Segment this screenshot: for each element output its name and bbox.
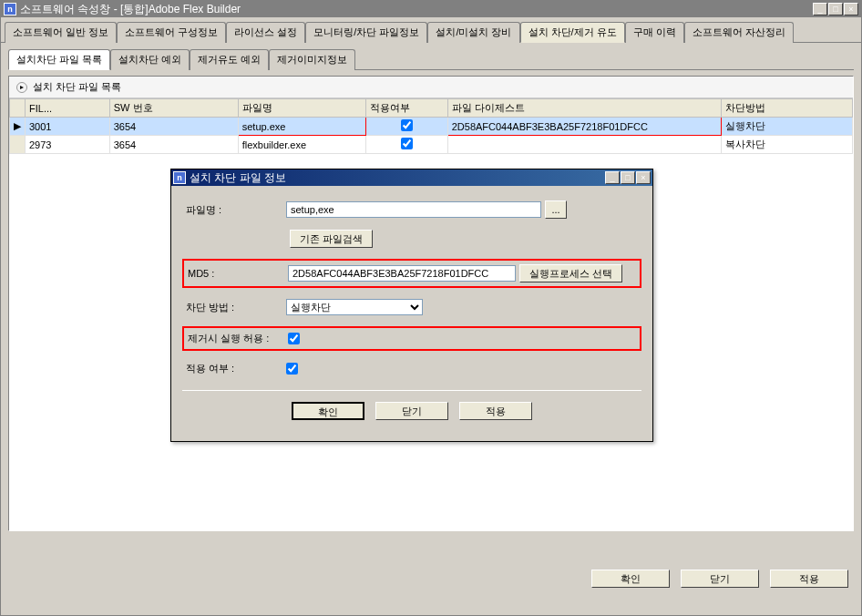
dialog-close-button2[interactable]: 닫기 [375,402,448,420]
input-filename[interactable] [286,201,541,218]
cell-sw: 3654 [109,136,238,154]
close-button[interactable]: × [844,3,858,15]
row-filename: 파일명 : ... [182,197,641,222]
label-md5: MD5 : [188,268,288,279]
inner-tab-3[interactable]: 제거이미지정보 [269,49,355,70]
checkbox-allow-on-remove[interactable] [288,333,300,344]
cell-apply[interactable] [365,118,447,136]
table-title: 설치 차단 파일 목록 [33,80,121,94]
inner-tab-row: 설치차단 파일 목록설치차단 예외제거유도 예외제거이미지정보 [8,48,854,70]
dialog-title: 설치 차단 파일 정보 [190,170,605,186]
main-window: n 소프트웨어 속성창 - [통합]Adobe Flex Builder _ □… [0,0,862,616]
input-md5[interactable] [288,265,516,282]
col-swno[interactable]: SW 번호 [109,99,238,118]
cell-filename: setup.exe [238,118,365,136]
inner-tab-1[interactable]: 설치차단 예외 [110,49,190,70]
inner-tab-0[interactable]: 설치차단 파일 목록 [8,49,110,70]
window-title: 소프트웨어 속성창 - [통합]Adobe Flex Builder [20,2,813,17]
dialog-app-icon: n [173,171,186,184]
dialog-button-row: 확인 닫기 적용 [182,390,641,420]
main-tab-4[interactable]: 설치/미설치 장비 [427,22,519,43]
main-tab-1[interactable]: 소프트웨어 구성정보 [117,22,226,43]
main-ok-button[interactable]: 확인 [591,570,670,588]
dialog-minimize-button[interactable]: _ [605,171,620,184]
checkbox-apply[interactable] [286,363,298,375]
dialog-maximize-button[interactable]: □ [621,171,635,184]
table-row[interactable]: ▶30013654setup.exe2D58AFC044ABF3E3BA25F7… [10,118,853,136]
main-tab-3[interactable]: 모니터링/차단 파일정보 [305,22,427,43]
dialog-ok-button[interactable]: 확인 [292,402,364,420]
cell-apply[interactable] [365,136,447,154]
dialog-body: 파일명 : ... 기존 파일검색 MD5 : 실행프로세스 선택 차단 방법 … [171,186,652,431]
main-tab-5[interactable]: 설치 차단/제거 유도 [520,22,625,43]
expand-icon[interactable]: ▸ [16,82,27,93]
row-search-existing: 기존 파일검색 [182,226,641,252]
label-apply: 적용 여부 : [186,362,286,375]
cell-method: 복사차단 [721,136,852,154]
cell-fil: 2973 [26,136,110,154]
dialog-titlebar: n 설치 차단 파일 정보 _ □ × [171,169,652,186]
col-filename[interactable]: 파일명 [238,99,365,118]
main-tab-6[interactable]: 구매 이력 [625,22,684,43]
main-close-button[interactable]: 닫기 [681,570,759,588]
row-md5: MD5 : 실행프로세스 선택 [182,259,641,288]
cell-digest [447,136,721,154]
label-method: 차단 방법 : [186,301,286,314]
row-handle: ▶ [10,118,26,136]
main-tab-0[interactable]: 소프트웨어 일반 정보 [5,22,117,43]
cell-fil: 3001 [26,118,110,136]
main-tab-2[interactable]: 라이선스 설정 [226,22,305,43]
inner-tab-2[interactable]: 제거유도 예외 [190,49,269,70]
main-apply-button[interactable]: 적용 [770,570,848,588]
label-allow-on-remove: 제거시 실행 허용 : [188,332,288,345]
apply-checkbox[interactable] [401,119,413,131]
search-existing-button[interactable]: 기존 파일검색 [290,230,373,248]
minimize-button[interactable]: _ [813,3,827,15]
row-handle [10,136,26,154]
select-method[interactable]: 실행차단 [286,299,423,315]
dialog-close-button[interactable]: × [636,171,651,184]
block-file-grid: FIL... SW 번호 파일명 적용여부 파일 다이제스트 차단방법 ▶300… [9,98,853,154]
cell-digest: 2D58AFC044ABF3E3BA25F7218F01DFCC [447,118,721,136]
main-bottom-bar: 확인 닫기 적용 [591,570,848,588]
label-filename: 파일명 : [186,203,286,217]
browse-button[interactable]: ... [545,200,567,219]
table-title-row: ▸ 설치 차단 파일 목록 [9,77,853,98]
cell-method: 실행차단 [721,118,852,136]
col-method[interactable]: 차단방법 [721,99,852,118]
app-icon: n [4,3,16,15]
col-apply[interactable]: 적용여부 [365,99,447,118]
row-allow-on-remove: 제거시 실행 허용 : [182,326,641,351]
row-apply: 적용 여부 : [182,358,641,379]
apply-checkbox[interactable] [401,138,413,149]
select-process-button[interactable]: 실행프로세스 선택 [519,264,622,282]
block-file-info-dialog: n 설치 차단 파일 정보 _ □ × 파일명 : ... 기존 파일검색 MD… [170,169,653,442]
main-titlebar: n 소프트웨어 속성창 - [통합]Adobe Flex Builder _ □… [1,1,861,17]
cell-sw: 3654 [109,118,238,136]
cell-filename: flexbuilder.exe [238,136,365,154]
main-tab-row: 소프트웨어 일반 정보소프트웨어 구성정보라이선스 설정모니터링/차단 파일정보… [1,17,861,43]
col-file[interactable]: FIL... [26,99,110,118]
maximize-button[interactable]: □ [828,3,843,15]
main-tab-7[interactable]: 소프트웨어 자산정리 [684,22,794,43]
col-digest[interactable]: 파일 다이제스트 [447,99,721,118]
dialog-apply-button[interactable]: 적용 [459,402,532,420]
row-method: 차단 방법 : 실행차단 [182,295,641,319]
table-row[interactable]: 29733654flexbuilder.exe복사차단 [10,136,853,154]
col-indicator [10,99,26,118]
